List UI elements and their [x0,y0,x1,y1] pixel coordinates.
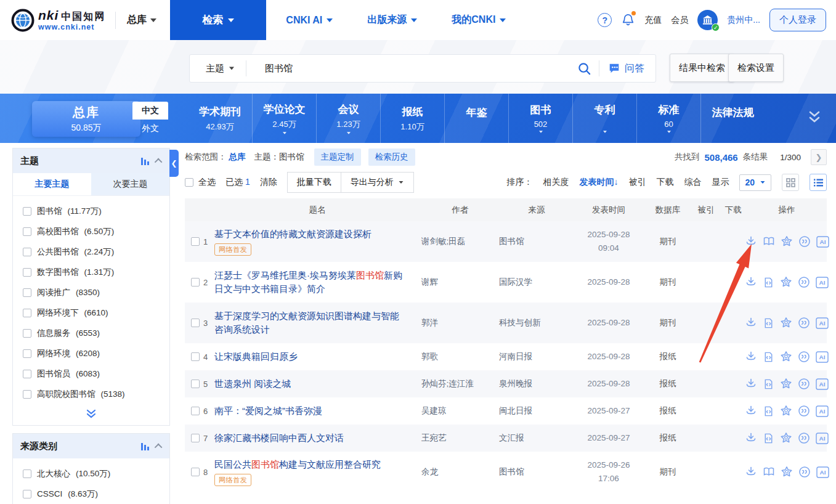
cite-button[interactable] [798,405,810,417]
database-category[interactable]: 报纸 1.10万 [380,94,444,143]
favorite-button[interactable] [781,466,793,478]
found-count[interactable]: 508,466 [704,152,737,163]
favorite-button[interactable] [780,405,792,417]
ai-assistant-button[interactable]: AI [816,433,829,444]
row-checkbox[interactable] [191,278,200,287]
database-category[interactable]: 法律法规 [700,94,765,143]
filter-list-item[interactable]: 图书馆员 (6083) [13,364,169,384]
database-category[interactable]: 标准 60 [636,94,700,143]
database-category[interactable]: 学术期刊 42.93万 [188,94,252,143]
filter-list-item[interactable]: 高职院校图书馆 (5138) [13,384,169,404]
read-online-button[interactable] [763,466,775,478]
ai-assistant-button[interactable]: AI [816,236,829,248]
institution-name[interactable]: 贵州中... [727,15,760,26]
filter-list-item[interactable]: 阅读推广 (8350) [13,282,169,303]
show-more-subjects[interactable] [13,407,169,425]
collapse-section-icon[interactable] [155,443,163,451]
cite-button[interactable] [798,432,810,444]
select-all-checkbox[interactable] [185,178,193,187]
result-title-link[interactable]: 世遗泉州 阅读之城 [214,377,408,391]
sort-relevance[interactable]: 相关度 [543,177,569,188]
result-title-link[interactable]: 徐家汇藏书楼回响中西人文对话 [214,431,408,445]
row-checkbox[interactable] [191,434,200,442]
result-source[interactable]: 泉州晚报 [499,378,574,389]
result-title-link[interactable]: 南平：“爱阅之城”书香弥漫 [214,404,408,418]
download-button[interactable] [745,351,757,363]
result-source[interactable]: 科技与创新 [499,317,574,328]
tab-primary-subject[interactable]: 主要主题 [13,173,91,195]
download-button[interactable] [745,235,757,248]
result-title-link[interactable]: 基于深度学习的文献资源知识图谱构建与智能咨询系统设计 [214,309,408,336]
cite-button[interactable] [798,276,810,288]
row-checkbox[interactable] [191,319,200,327]
sidebar-collapse-handle[interactable]: ❮ [169,150,179,177]
result-source[interactable]: 文汇报 [499,433,574,444]
result-source[interactable]: 国际汉学 [499,277,574,288]
ai-assistant-button[interactable]: AI [816,317,829,329]
ai-assistant-button[interactable]: AI [816,277,829,288]
filter-checkbox[interactable] [23,390,31,399]
favorite-button[interactable] [781,235,793,248]
html-read-button[interactable] [763,317,774,329]
scope-value[interactable]: 总库 [229,152,246,163]
search-field-selector[interactable]: 主题 [190,63,246,75]
favorite-button[interactable] [780,378,792,390]
result-authors[interactable]: 谢剑敏;田磊 [421,236,499,247]
result-source[interactable]: 闽北日报 [499,405,574,417]
filter-list-item[interactable]: 图书馆 (11.77万) [13,201,169,221]
result-source[interactable]: 图书馆 [499,466,574,478]
filter-checkbox[interactable] [23,227,31,236]
filter-checkbox[interactable] [23,349,31,358]
ai-assistant-button[interactable]: AI [816,405,829,417]
qa-entry[interactable]: 问答 [599,60,655,76]
institution-avatar[interactable]: ✓ [697,10,718,30]
row-checkbox[interactable] [191,407,200,415]
result-source[interactable]: 图书馆 [499,236,574,247]
nav-cnki-ai[interactable]: CNKI AI [286,15,333,26]
row-checkbox[interactable] [191,352,200,361]
cite-button[interactable] [798,351,810,363]
lang-tab-foreign[interactable]: 外文 [132,120,168,137]
cite-button[interactable] [798,317,810,329]
help-icon[interactable]: ? [598,13,612,27]
result-authors[interactable]: 孙灿芬;连江淮 [421,378,499,389]
member-link[interactable]: 会员 [671,15,688,26]
database-category[interactable]: 学位论文 2.45万 [252,94,316,143]
filter-checkbox[interactable] [23,207,31,216]
read-online-button[interactable] [763,235,775,248]
download-button[interactable] [745,378,757,390]
page-size-select[interactable]: 20 [739,174,771,191]
result-authors[interactable]: 谢辉 [421,277,499,288]
bar-chart-icon[interactable] [141,157,150,165]
sort-overall[interactable]: 综合 [684,177,701,188]
html-read-button[interactable] [763,378,774,390]
filter-list-item[interactable]: 北大核心 (10.50万) [13,463,169,484]
search-settings-button[interactable]: 检索设置 [728,54,784,82]
filter-list-item[interactable]: 信息服务 (6553) [13,323,169,343]
favorite-button[interactable] [780,432,792,444]
grid-view-button[interactable] [782,174,799,191]
result-authors[interactable]: 吴建琼 [421,405,499,417]
nav-publish-source[interactable]: 出版来源 [367,14,417,26]
download-button[interactable] [745,405,757,417]
html-read-button[interactable] [763,433,774,444]
filter-list-item[interactable]: 数字图书馆 (1.31万) [13,262,169,282]
ai-assistant-button[interactable]: AI [816,351,829,363]
download-button[interactable] [745,466,757,478]
sort-publish-time[interactable]: 发表时间↓ [579,177,618,188]
html-read-button[interactable] [763,351,774,363]
filter-list-item[interactable]: 公共图书馆 (2.24万) [13,242,169,262]
html-read-button[interactable] [763,405,774,417]
filter-checkbox[interactable] [23,248,31,256]
result-authors[interactable]: 王宛艺 [421,433,499,444]
filter-list-item[interactable]: 网络环境下 (6610) [13,303,169,323]
filter-checkbox[interactable] [23,309,31,317]
recharge-link[interactable]: 充值 [644,15,662,26]
personal-login-button[interactable]: 个人登录 [769,9,826,31]
result-authors[interactable]: 郭歌 [421,351,499,362]
filter-list-item[interactable]: CSSCI (8.63万) [13,484,169,504]
filter-checkbox[interactable] [23,469,31,478]
ai-assistant-button[interactable]: AI [816,378,829,390]
filter-checkbox[interactable] [23,329,31,338]
nav-total-library[interactable]: 总库 [127,14,156,26]
